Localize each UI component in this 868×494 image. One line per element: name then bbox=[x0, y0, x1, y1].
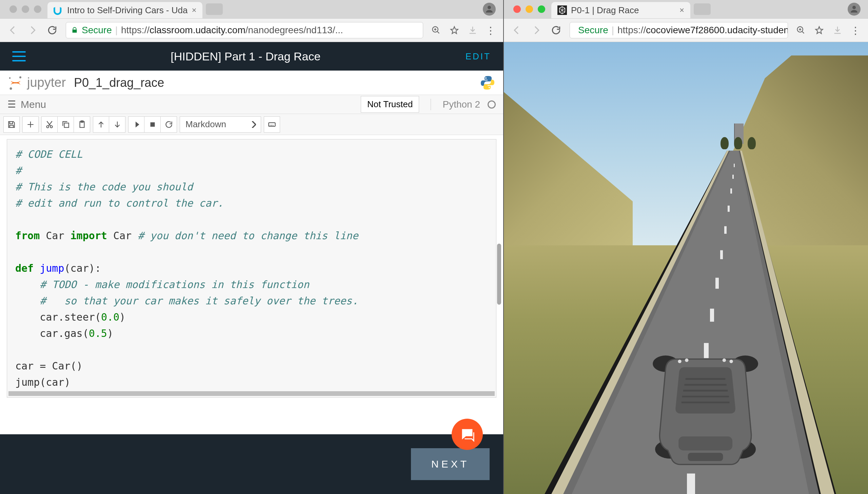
lock-icon bbox=[71, 26, 78, 34]
svg-rect-9 bbox=[64, 123, 68, 127]
forward-button[interactable] bbox=[26, 24, 39, 36]
window-controls bbox=[3, 5, 47, 13]
reload-button[interactable] bbox=[46, 24, 58, 36]
profile-avatar-icon[interactable] bbox=[483, 3, 496, 16]
tab-strip: P0-1 | Drag Race × bbox=[504, 0, 868, 18]
browser-menu-icon[interactable]: ⋮ bbox=[486, 24, 496, 36]
new-tab-button[interactable] bbox=[206, 3, 223, 15]
svg-rect-43 bbox=[678, 436, 732, 450]
svg-point-46 bbox=[685, 358, 688, 362]
tab-title: P0-1 | Drag Race bbox=[571, 5, 675, 16]
notebook-area: # CODE CELL # # This is the code you sho… bbox=[0, 135, 503, 434]
profile-avatar-icon[interactable] bbox=[848, 3, 861, 16]
jupyter-logo-text: jupyter bbox=[27, 75, 66, 90]
unity-favicon-icon bbox=[557, 5, 567, 15]
back-button[interactable] bbox=[511, 24, 523, 36]
menu-icon[interactable]: ☰ bbox=[7, 99, 16, 110]
url-bar[interactable]: Secure | https://cocoviewe7f28600.udacit… bbox=[570, 22, 788, 38]
svg-rect-32 bbox=[732, 175, 734, 179]
svg-rect-27 bbox=[715, 278, 719, 288]
python-logo-icon bbox=[479, 75, 496, 91]
svg-point-6 bbox=[489, 87, 490, 88]
window-maximize[interactable] bbox=[538, 5, 545, 13]
lesson-title: [HIDDEN] Part 1 - Drag Race bbox=[36, 50, 455, 63]
trust-button[interactable]: Not Trusted bbox=[361, 96, 419, 113]
svg-rect-26 bbox=[710, 308, 714, 321]
left-browser-window: Intro to Self-Driving Cars - Uda × Secur… bbox=[0, 0, 504, 494]
scrollbar-thumb[interactable] bbox=[497, 244, 501, 305]
browser-tab-active[interactable]: P0-1 | Drag Race × bbox=[551, 2, 690, 18]
chat-fab[interactable] bbox=[452, 419, 483, 450]
tab-close-icon[interactable]: × bbox=[192, 5, 196, 15]
svg-point-2 bbox=[19, 76, 21, 78]
run-button[interactable] bbox=[128, 116, 144, 133]
udacity-header: [HIDDEN] Part 1 - Drag Race EDIT bbox=[0, 42, 503, 71]
stop-button[interactable] bbox=[144, 116, 161, 133]
svg-point-45 bbox=[678, 360, 681, 363]
svg-rect-29 bbox=[724, 226, 727, 233]
svg-rect-22 bbox=[687, 473, 695, 494]
window-minimize[interactable] bbox=[526, 5, 533, 13]
download-icon[interactable] bbox=[832, 25, 843, 36]
jupyter-toolbar: Markdown bbox=[0, 114, 503, 135]
jupyter-menu-bar: ☰ Menu Not Trusted Python 2 bbox=[0, 95, 503, 114]
back-button[interactable] bbox=[7, 24, 19, 36]
paste-button[interactable] bbox=[74, 116, 90, 133]
svg-rect-31 bbox=[730, 188, 732, 193]
jupyter-logo[interactable]: jupyter bbox=[7, 75, 66, 91]
notebook-name[interactable]: P0_1_drag_race bbox=[74, 76, 164, 90]
window-controls bbox=[507, 5, 551, 13]
chat-icon bbox=[459, 426, 475, 442]
restart-button[interactable] bbox=[161, 116, 177, 133]
download-icon[interactable] bbox=[467, 25, 478, 36]
zoom-icon[interactable] bbox=[795, 25, 806, 36]
window-maximize[interactable] bbox=[34, 5, 41, 13]
next-button[interactable]: NEXT bbox=[411, 448, 490, 480]
zoom-icon[interactable] bbox=[431, 25, 441, 36]
window-minimize[interactable] bbox=[22, 5, 29, 13]
url-text: https://cocoviewe7f28600.udacity-student… bbox=[617, 25, 788, 36]
cut-button[interactable] bbox=[41, 116, 58, 133]
cell-type-value: Markdown bbox=[185, 119, 226, 130]
secure-label: Secure bbox=[82, 25, 112, 36]
url-bar[interactable]: Secure | https://classroom.udacity.com/n… bbox=[66, 22, 423, 38]
udacity-favicon-icon bbox=[54, 5, 63, 15]
svg-point-5 bbox=[485, 77, 487, 79]
svg-point-15 bbox=[852, 6, 856, 9]
window-close[interactable] bbox=[9, 5, 17, 13]
hamburger-menu-icon[interactable] bbox=[12, 51, 26, 61]
window-close[interactable] bbox=[513, 5, 521, 13]
move-up-button[interactable] bbox=[93, 116, 109, 133]
tab-close-icon[interactable]: × bbox=[679, 5, 684, 15]
code-cell[interactable]: # CODE CELL # # This is the code you sho… bbox=[7, 139, 496, 398]
tab-strip: Intro to Self-Driving Cars - Uda × bbox=[0, 0, 503, 18]
move-down-button[interactable] bbox=[109, 116, 125, 133]
bookmark-star-icon[interactable] bbox=[449, 25, 460, 36]
kernel-status-icon bbox=[488, 100, 496, 109]
browser-tab-active[interactable]: Intro to Self-Driving Cars - Uda × bbox=[47, 2, 202, 18]
command-palette-button[interactable] bbox=[264, 116, 280, 133]
reload-button[interactable] bbox=[550, 24, 562, 36]
new-tab-button[interactable] bbox=[694, 3, 711, 15]
browser-menu-icon[interactable]: ⋮ bbox=[850, 24, 861, 36]
right-browser-window: P0-1 | Drag Race × Secure | https://coco… bbox=[504, 0, 868, 494]
svg-rect-13 bbox=[269, 122, 275, 126]
svg-point-47 bbox=[723, 358, 726, 362]
url-text: https://classroom.udacity.com/nanodegree… bbox=[121, 25, 343, 36]
udacity-footer: NEXT bbox=[0, 434, 503, 494]
player-car bbox=[645, 338, 767, 467]
svg-point-3 bbox=[10, 87, 12, 90]
kernel-name: Python 2 bbox=[442, 99, 480, 110]
forward-button[interactable] bbox=[530, 24, 542, 36]
simulator-viewport[interactable] bbox=[504, 42, 868, 494]
edit-link[interactable]: EDIT bbox=[466, 51, 491, 62]
add-cell-button[interactable] bbox=[22, 116, 39, 133]
menu-label[interactable]: Menu bbox=[21, 99, 46, 110]
svg-point-4 bbox=[9, 77, 11, 79]
cell-type-select[interactable]: Markdown bbox=[180, 116, 261, 133]
bookmark-star-icon[interactable] bbox=[814, 25, 825, 36]
svg-rect-28 bbox=[720, 250, 723, 259]
save-button[interactable] bbox=[3, 116, 20, 133]
copy-button[interactable] bbox=[58, 116, 74, 133]
address-bar: Secure | https://classroom.udacity.com/n… bbox=[0, 18, 503, 42]
